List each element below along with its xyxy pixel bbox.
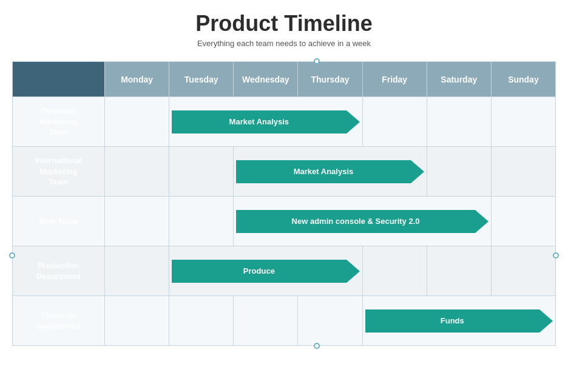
empty-cell <box>427 97 491 147</box>
task-bar: Market Analysis <box>172 110 346 133</box>
marker-left <box>9 252 15 259</box>
team-label: Domestic Marketing Team <box>13 97 105 147</box>
task-bar: Funds <box>365 309 539 333</box>
empty-cell <box>491 246 555 296</box>
header-friday: Friday <box>362 62 427 97</box>
task-cell: Produce <box>169 246 362 296</box>
empty-cell <box>169 296 234 346</box>
arrow-head <box>347 260 360 283</box>
marker-bottom <box>314 343 320 349</box>
task-cell: Market Analysis <box>169 97 362 147</box>
table-row: Financial DepartmentFunds <box>13 296 556 346</box>
marker-right <box>553 252 559 259</box>
empty-cell <box>427 147 491 197</box>
empty-cell <box>362 246 427 296</box>
chart-container: Monday Tuesday Wednesday Thursday Friday… <box>12 61 556 346</box>
empty-cell <box>105 147 169 197</box>
header-wednesday: Wednesday <box>234 62 298 97</box>
task-bar: Produce <box>172 260 346 283</box>
header-sunday: Sunday <box>491 62 555 97</box>
empty-cell <box>234 296 298 346</box>
header-label <box>13 62 105 97</box>
marker-top <box>314 58 320 64</box>
team-label: Production Department <box>13 246 105 296</box>
empty-cell <box>105 246 169 296</box>
table-row: Production DepartmentProduce <box>13 246 556 296</box>
task-cell: Market Analysis <box>234 147 427 197</box>
empty-cell <box>491 97 555 147</box>
header-monday: Monday <box>105 62 169 97</box>
timeline-table: Monday Tuesday Wednesday Thursday Friday… <box>12 61 556 346</box>
arrow-head <box>411 160 424 183</box>
empty-cell <box>427 246 491 296</box>
empty-cell <box>298 296 362 346</box>
arrow-head <box>539 309 553 333</box>
empty-cell <box>105 97 169 147</box>
empty-cell <box>105 197 169 246</box>
empty-cell <box>105 296 169 346</box>
header-thursday: Thursday <box>298 62 362 97</box>
empty-cell <box>169 197 234 246</box>
table-row: Domestic Marketing TeamMarket Analysis <box>13 97 556 147</box>
header-row: Monday Tuesday Wednesday Thursday Friday… <box>13 62 556 97</box>
table-row: International Marketing TeamMarket Analy… <box>13 147 556 197</box>
task-cell: Funds <box>362 296 555 346</box>
empty-cell <box>362 97 427 147</box>
page-title: Product Timeline <box>195 11 372 36</box>
empty-cell <box>169 147 234 197</box>
arrow-head <box>475 210 489 233</box>
team-label: Web Team <box>13 197 105 246</box>
page-subtitle: Everything each team needs to achieve in… <box>197 39 371 48</box>
task-cell: New admin console & Security 2.0 <box>234 197 492 246</box>
table-row: Web TeamNew admin console & Security 2.0 <box>13 197 556 246</box>
team-label: International Marketing Team <box>13 147 105 197</box>
empty-cell <box>491 147 555 197</box>
task-bar: New admin console & Security 2.0 <box>236 210 475 233</box>
task-bar: Market Analysis <box>236 160 410 183</box>
header-tuesday: Tuesday <box>169 62 234 97</box>
team-label: Financial Department <box>13 296 105 346</box>
empty-cell <box>491 197 555 246</box>
header-saturday: Saturday <box>427 62 491 97</box>
arrow-head <box>347 110 360 133</box>
